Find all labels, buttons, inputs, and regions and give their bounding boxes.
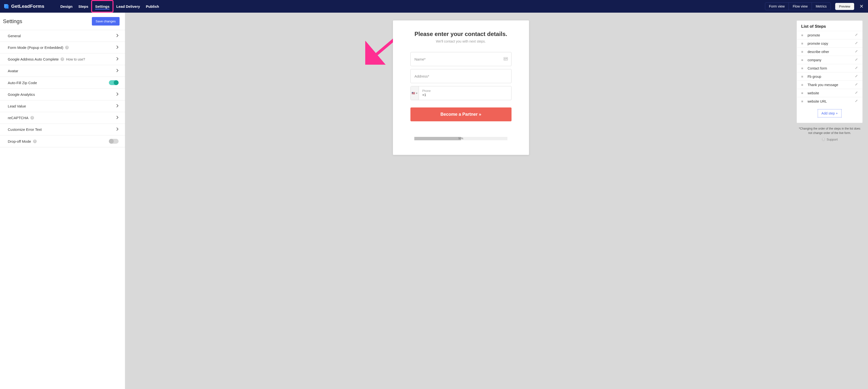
main-nav: Design Steps Settings Lead Delivery Publ… <box>58 0 162 13</box>
nav-design[interactable]: Design <box>58 0 75 13</box>
view-tab-flow[interactable]: Flow view <box>789 3 812 10</box>
view-tab-form[interactable]: Form view <box>765 3 789 10</box>
address-field[interactable]: Address* <box>410 69 512 83</box>
nav-settings[interactable]: Settings <box>91 0 113 13</box>
progress-bar: 50% <box>414 137 507 140</box>
settings-row-google-address[interactable]: Google Address Auto Complete ? How to us… <box>0 54 125 65</box>
chevron-right-icon <box>116 116 119 120</box>
step-row[interactable]: ≡website <box>797 89 862 97</box>
step-name-label: describe other <box>807 50 850 54</box>
nav-steps[interactable]: Steps <box>75 0 91 13</box>
step-row[interactable]: ≡company <box>797 56 862 64</box>
edit-pencil-icon[interactable] <box>855 74 858 79</box>
canvas-area: Please enter your contact details. We'll… <box>125 13 797 389</box>
step-row[interactable]: ≡describe other <box>797 48 862 56</box>
drag-handle-icon[interactable]: ≡ <box>801 83 803 87</box>
settings-sidebar: Settings Save changes General Form Mode … <box>0 13 125 389</box>
edit-pencil-icon[interactable] <box>855 58 858 62</box>
drag-handle-icon[interactable]: ≡ <box>801 99 803 103</box>
step-row[interactable]: ≡Thank you message <box>797 81 862 89</box>
help-icon[interactable]: ? <box>61 57 64 61</box>
phone-field[interactable]: 🇺🇸 ▾ Phone +1 <box>410 86 512 100</box>
submit-cta-button[interactable]: Become a Partner » <box>410 108 512 121</box>
drag-handle-icon[interactable]: ≡ <box>801 74 803 79</box>
settings-row-ga[interactable]: Google Analytics <box>0 89 125 100</box>
dropoff-toggle[interactable] <box>109 139 119 144</box>
step-row[interactable]: ≡promote <box>797 31 862 39</box>
step-name-label: Fb group <box>807 74 850 79</box>
settings-label: Auto-Fill Zip Code <box>8 81 37 85</box>
edit-pencil-icon[interactable] <box>855 99 858 103</box>
settings-row-custom-error[interactable]: Customize Error Text <box>0 124 125 136</box>
chevron-right-icon <box>116 92 119 97</box>
settings-row-recaptcha[interactable]: reCAPTCHA ? <box>0 112 125 124</box>
steps-panel: List of Steps ≡promote≡promote copy≡desc… <box>797 21 863 123</box>
edit-pencil-icon[interactable] <box>855 83 858 87</box>
steps-hint: *Changing the order of the steps in the … <box>797 126 863 135</box>
add-step-button[interactable]: Add step + <box>818 109 841 117</box>
contact-card-icon <box>503 57 508 61</box>
settings-label: General <box>8 34 21 38</box>
name-field[interactable]: Name* <box>410 52 512 66</box>
name-placeholder: Name* <box>414 57 426 61</box>
drag-handle-icon[interactable]: ≡ <box>801 66 803 70</box>
edit-pencil-icon[interactable] <box>855 66 858 70</box>
settings-list: General Form Mode (Popup or Embedded) ? … <box>0 30 125 147</box>
edit-pencil-icon[interactable] <box>855 33 858 37</box>
preview-button[interactable]: Preview <box>835 3 854 10</box>
nav-publish[interactable]: Publish <box>143 0 162 13</box>
steps-title: List of Steps <box>797 24 862 31</box>
support-link[interactable]: ? Support <box>797 138 863 141</box>
step-row[interactable]: ≡Fb group <box>797 72 862 81</box>
step-row[interactable]: ≡Contact form <box>797 64 862 72</box>
step-row[interactable]: ≡website URL <box>797 97 862 105</box>
step-name-label: promote copy <box>807 41 850 46</box>
step-name-label: company <box>807 58 850 62</box>
help-icon[interactable]: ? <box>65 46 69 49</box>
step-name-label: Contact form <box>807 66 850 70</box>
settings-row-avatar[interactable]: Avatar <box>0 65 125 77</box>
auto-zip-toggle[interactable] <box>109 80 119 85</box>
svg-rect-2 <box>506 58 507 59</box>
drag-handle-icon[interactable]: ≡ <box>801 41 803 46</box>
how-to-use-link[interactable]: How to use? <box>66 57 85 61</box>
save-changes-button[interactable]: Save changes <box>92 17 120 26</box>
country-flag-dropdown[interactable]: 🇺🇸 ▾ <box>411 86 419 100</box>
help-icon[interactable]: ? <box>30 116 34 120</box>
form-preview-card: Please enter your contact details. We'll… <box>393 21 529 155</box>
view-tab-metrics[interactable]: Metrics <box>812 3 831 10</box>
chevron-right-icon <box>116 34 119 38</box>
step-name-label: website <box>807 91 850 95</box>
drag-handle-icon[interactable]: ≡ <box>801 91 803 95</box>
drag-handle-icon[interactable]: ≡ <box>801 58 803 62</box>
settings-row-dropoff: Drop-off Mode ? <box>0 136 125 147</box>
help-icon[interactable]: ? <box>33 140 37 143</box>
settings-row-general[interactable]: General <box>0 30 125 42</box>
drag-handle-icon[interactable]: ≡ <box>801 50 803 54</box>
svg-point-1 <box>504 58 505 59</box>
step-row[interactable]: ≡promote copy <box>797 39 862 48</box>
topbar: GetLeadForms Design Steps Settings Lead … <box>0 0 868 13</box>
chevron-right-icon <box>116 104 119 109</box>
step-name-label: website URL <box>807 99 850 103</box>
drag-handle-icon[interactable]: ≡ <box>801 33 803 37</box>
close-icon[interactable]: ✕ <box>860 3 864 9</box>
settings-row-lead-value[interactable]: Lead Value <box>0 100 125 112</box>
settings-row-form-mode[interactable]: Form Mode (Popup or Embedded) ? <box>0 42 125 54</box>
settings-label: Customize Error Text <box>8 127 42 131</box>
settings-label: reCAPTCHA <box>8 116 28 120</box>
settings-row-auto-zip: Auto-Fill Zip Code <box>0 77 125 89</box>
svg-rect-3 <box>506 59 507 59</box>
edit-pencil-icon[interactable] <box>855 50 858 54</box>
main-layout: Settings Save changes General Form Mode … <box>0 13 868 389</box>
settings-label: Avatar <box>8 69 18 73</box>
view-tabs: Form view Flow view Metrics <box>765 2 831 10</box>
chevron-right-icon <box>116 127 119 132</box>
edit-pencil-icon[interactable] <box>855 41 858 46</box>
chevron-right-icon <box>116 45 119 50</box>
nav-lead-delivery[interactable]: Lead Delivery <box>114 0 143 13</box>
settings-label: Form Mode (Popup or Embedded) <box>8 46 63 50</box>
brand-logo[interactable]: GetLeadForms <box>3 3 44 9</box>
edit-pencil-icon[interactable] <box>855 91 858 95</box>
chevron-right-icon <box>116 57 119 61</box>
